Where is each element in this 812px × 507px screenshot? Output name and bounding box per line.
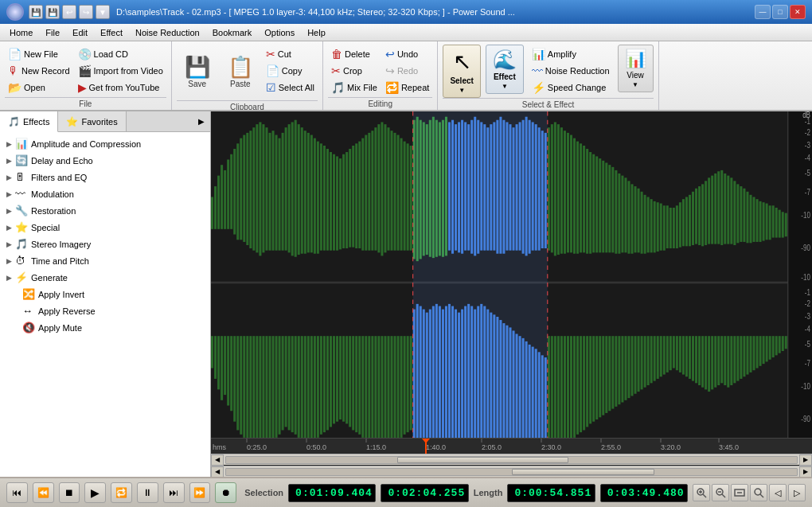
play-button[interactable]: ▶	[84, 482, 106, 503]
pause-button[interactable]: ⏸	[137, 482, 158, 503]
save-button[interactable]: 💾 Save	[177, 45, 218, 100]
scrollbar-thumb[interactable]	[397, 457, 568, 463]
redo-button[interactable]: ↪ Redo	[382, 63, 432, 79]
menu-file[interactable]: File	[39, 25, 66, 41]
effect-split-button[interactable]: 🌊 Effect ▼	[486, 45, 524, 94]
tb-redo[interactable]: ↪	[79, 5, 93, 19]
effects-tab-bar: 🎵 Effects ⭐ Favorites ▶	[0, 111, 210, 132]
svg-rect-194	[224, 336, 226, 395]
zoom-fit-button[interactable]	[731, 484, 748, 501]
svg-rect-312	[602, 336, 604, 415]
stop-button[interactable]: ⏹	[59, 482, 80, 503]
svg-rect-25	[288, 124, 291, 252]
undo-button[interactable]: ↩ Undo	[382, 46, 432, 62]
tb-more[interactable]: ▼	[96, 5, 110, 19]
loop-button[interactable]: 🔁	[111, 482, 132, 503]
menu-help[interactable]: Help	[301, 25, 332, 41]
open-button[interactable]: 📂 Open	[5, 80, 73, 96]
copy-button[interactable]: 📄 Copy	[263, 63, 318, 79]
svg-rect-143	[666, 205, 669, 248]
scroll-right-button-2[interactable]: ▶	[799, 466, 812, 478]
new-file-button[interactable]: 📄 New File	[5, 46, 73, 62]
menu-bar: Home File Edit Effect Noise Reduction Bo…	[0, 24, 812, 41]
amplify-button[interactable]: 📊 Amplify	[529, 46, 613, 62]
svg-rect-113	[570, 135, 572, 253]
menu-bookmark[interactable]: Bookmark	[206, 25, 259, 41]
tb-save2[interactable]: 💾	[45, 5, 60, 19]
scroll-left-button[interactable]: ◀	[211, 454, 224, 466]
category-stereo[interactable]: ▶ 🎵 Stereo Imagery	[0, 236, 210, 252]
menu-home[interactable]: Home	[3, 25, 39, 41]
svg-text:0:25.0: 0:25.0	[247, 443, 267, 451]
menu-effect[interactable]: Effect	[94, 25, 129, 41]
category-time-pitch[interactable]: ▶ ⏱ Time and Pitch	[0, 252, 210, 269]
menu-options[interactable]: Options	[258, 25, 301, 41]
waveform-canvas[interactable]: -1 -2 -3 -4 -5 -7 -10 -90 -10 dB -1 -2 -…	[211, 111, 812, 454]
select-split-button[interactable]: ↖ Select ▼	[443, 45, 480, 98]
horizontal-scrollbar-2: ◀ ▶	[211, 466, 812, 477]
category-generate[interactable]: ▶ ⚡ Generate	[0, 269, 210, 286]
tb-save[interactable]: 💾	[29, 5, 43, 19]
ribbon-editing-content: 🗑 Delete ✂ Crop 🎵 Mix File ↩ Undo	[328, 45, 432, 97]
scroll-left-button-2[interactable]: ◀	[211, 466, 224, 478]
category-restoration[interactable]: ▶ 🔧 Restoration	[0, 202, 210, 219]
record-transport-button[interactable]: ⏺	[215, 482, 236, 503]
crop-button[interactable]: ✂ Crop	[328, 63, 381, 79]
import-from-video-button[interactable]: 🎬 Import from Video	[75, 63, 166, 79]
svg-rect-219	[304, 336, 306, 443]
zoom-out-button[interactable]	[712, 484, 729, 501]
close-button[interactable]: ✕	[790, 5, 806, 19]
zoom-selection-button[interactable]	[750, 484, 767, 501]
paste-button[interactable]: 📋 Paste	[220, 45, 261, 100]
delete-button[interactable]: 🗑 Delete	[328, 46, 381, 62]
svg-text:-5: -5	[805, 167, 810, 177]
scroll-right-button[interactable]: ▶	[799, 454, 812, 466]
scrollbar-track[interactable]	[225, 456, 798, 464]
svg-rect-227	[330, 336, 332, 427]
apply-reverse-item[interactable]: ↔ Apply Reverse	[0, 302, 210, 319]
svg-rect-206	[262, 336, 264, 448]
tab-favorites[interactable]: ⭐ Favorites	[58, 111, 126, 131]
category-special[interactable]: ▶ ⭐ Special	[0, 219, 210, 236]
select-all-button[interactable]: ☑ Select All	[263, 80, 318, 96]
zoom-in-button[interactable]	[693, 484, 710, 501]
menu-edit[interactable]: Edit	[66, 25, 94, 41]
get-from-youtube-button[interactable]: ▶ Get from YouTube	[75, 80, 166, 96]
favorites-tab-icon: ⭐	[66, 116, 78, 127]
svg-rect-208	[268, 336, 271, 443]
category-filters[interactable]: ▶ 🎚 Filters and EQ	[0, 169, 210, 185]
svg-rect-163	[730, 177, 732, 244]
apply-invert-item[interactable]: 🔀 Apply Invert	[0, 286, 210, 302]
noise-reduction-button[interactable]: 〰 Noise Reduction	[529, 63, 613, 79]
svg-rect-176	[772, 205, 775, 237]
category-modulation[interactable]: ▶ 〰 Modulation	[0, 185, 210, 202]
category-amplitude[interactable]: ▶ 📊 Amplitude and Compression	[0, 135, 210, 152]
apply-mute-item[interactable]: 🔇 Apply Mute	[0, 319, 210, 336]
load-cd-button[interactable]: 💿 Load CD	[75, 46, 166, 62]
svg-rect-226	[326, 336, 329, 430]
effects-nav-button[interactable]: ▶	[193, 111, 210, 131]
mix-file-button[interactable]: 🎵 Mix File	[328, 80, 381, 96]
new-record-button[interactable]: 🎙 New Record	[5, 63, 73, 79]
fast-forward-button[interactable]: ⏭	[163, 482, 185, 503]
skip-to-start-button[interactable]: ⏮	[6, 482, 28, 503]
skip-to-end-button[interactable]: ⏩	[189, 482, 211, 503]
speed-change-button[interactable]: ⚡ Speed Change	[529, 80, 613, 96]
menu-noise-reduction[interactable]: Noise Reduction	[129, 25, 206, 41]
svg-rect-300	[564, 336, 566, 445]
minimize-button[interactable]: —	[755, 5, 771, 19]
svg-rect-357	[746, 336, 748, 374]
scroll-left-zoom-button[interactable]: ◁	[769, 484, 787, 501]
category-delay[interactable]: ▶ 🔄 Delay and Echo	[0, 152, 210, 169]
tb-undo[interactable]: ↩	[62, 5, 76, 19]
scrollbar-track-2[interactable]	[225, 468, 798, 476]
rewind-button[interactable]: ⏪	[33, 482, 54, 503]
cut-button[interactable]: ✂ Cut	[263, 46, 318, 62]
svg-rect-240	[371, 336, 373, 445]
tab-effects[interactable]: 🎵 Effects	[0, 111, 58, 132]
scroll-right-zoom-button[interactable]: ▷	[788, 484, 806, 501]
repeat-button[interactable]: 🔁 Repeat	[382, 80, 432, 96]
scrollbar-thumb-2[interactable]	[512, 469, 654, 475]
view-split-button[interactable]: 📊 View ▼	[618, 45, 654, 92]
maximize-button[interactable]: □	[772, 5, 788, 19]
